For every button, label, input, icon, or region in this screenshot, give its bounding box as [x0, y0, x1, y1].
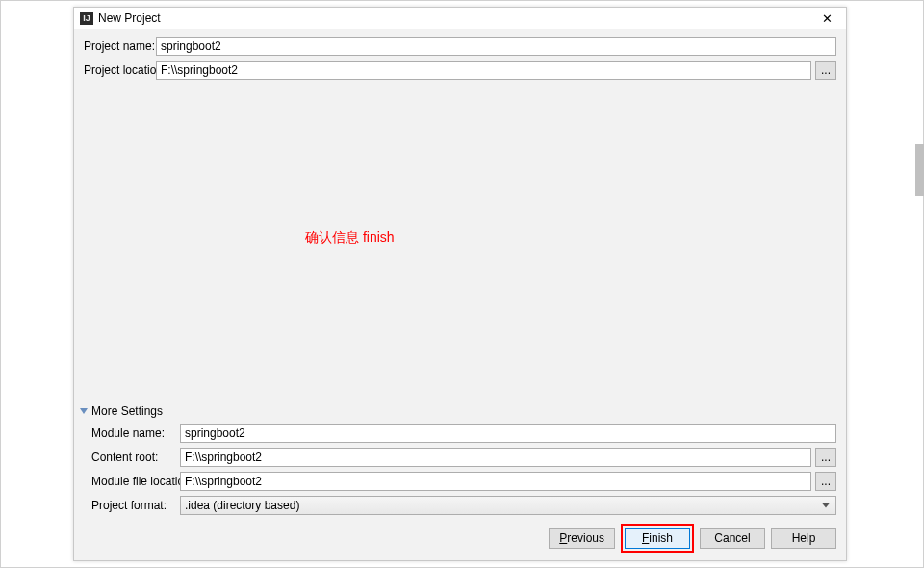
project-format-select[interactable]: .idea (directory based) [180, 496, 836, 515]
new-project-dialog: IJ New Project ✕ Project name: Project l… [73, 7, 847, 561]
previous-rest: revious [567, 531, 604, 545]
project-name-input[interactable] [156, 37, 836, 56]
red-annotation: 确认信息 finish [305, 229, 395, 246]
project-name-label: Project name: [84, 39, 156, 53]
module-file-location-input[interactable] [180, 472, 811, 491]
finish-button[interactable]: Finish [625, 528, 690, 549]
content-root-input[interactable] [180, 448, 811, 467]
app-icon: IJ [80, 12, 93, 25]
titlebar: IJ New Project ✕ [74, 8, 846, 29]
module-name-label: Module name: [78, 426, 180, 440]
browse-content-root-button[interactable]: ... [815, 448, 836, 467]
browse-module-file-button[interactable]: ... [815, 472, 836, 491]
app-icon-glyph: IJ [83, 14, 90, 23]
close-icon[interactable]: ✕ [813, 8, 840, 29]
content-root-label: Content root: [78, 451, 180, 464]
row-project-format: Project format: .idea (directory based) [78, 496, 836, 515]
row-content-root: Content root: ... [78, 448, 836, 467]
chevron-down-icon [822, 503, 830, 508]
row-project-location: Project location: ... [84, 61, 836, 80]
row-module-file-location: Module file location: ... [78, 472, 836, 491]
finish-highlight-box: Finish [621, 524, 694, 553]
previous-button[interactable]: Previous [549, 528, 615, 549]
project-location-label: Project location: [84, 64, 156, 77]
module-name-input[interactable] [180, 424, 836, 443]
row-project-name: Project name: [84, 37, 836, 56]
help-button[interactable]: Help [771, 528, 836, 549]
page-canvas: IJ New Project ✕ Project name: Project l… [0, 0, 924, 568]
browse-location-button[interactable]: ... [815, 61, 836, 80]
project-format-value: .idea (directory based) [185, 499, 299, 512]
project-format-label: Project format: [78, 499, 180, 512]
module-file-location-label: Module file location: [78, 475, 180, 488]
project-location-input[interactable] [156, 61, 811, 80]
cancel-label: Cancel [714, 531, 750, 545]
dialog-content: Project name: Project location: ... 确认信息… [74, 29, 846, 562]
finish-rest: inish [649, 531, 673, 545]
dialog-button-row: Previous Finish Cancel Help [549, 528, 836, 553]
window-title: New Project [98, 12, 813, 25]
more-settings-toggle[interactable]: More Settings [78, 404, 836, 418]
more-settings-label: More Settings [91, 404, 163, 418]
help-label: Help [792, 531, 816, 545]
cancel-button[interactable]: Cancel [700, 528, 765, 549]
chevron-down-icon [80, 408, 88, 414]
outer-scrollbar-thumb[interactable] [915, 144, 924, 196]
more-settings-section: More Settings Module name: Content root:… [78, 404, 836, 520]
more-settings-body: Module name: Content root: ... Module fi… [78, 424, 836, 515]
row-module-name: Module name: [78, 424, 836, 443]
